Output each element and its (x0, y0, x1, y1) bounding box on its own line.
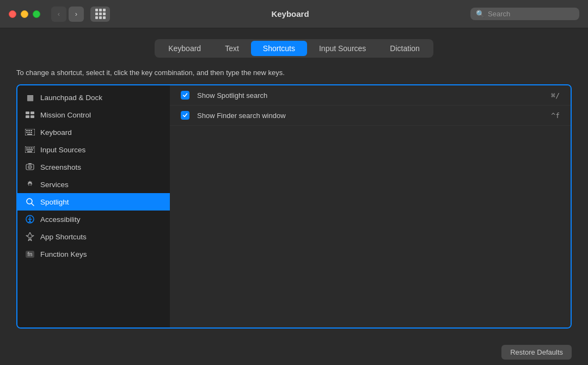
search-input[interactable] (488, 10, 574, 18)
minimize-button[interactable] (21, 10, 28, 18)
input-sources-icon (25, 145, 35, 154)
sidebar-item-app-shortcuts[interactable]: App Shortcuts (17, 228, 170, 245)
sidebar-item-spotlight[interactable]: Spotlight (17, 193, 170, 211)
forward-icon: › (75, 10, 77, 18)
svg-rect-18 (27, 151, 32, 152)
search-icon: 🔍 (476, 10, 485, 18)
sidebar-item-function-keys[interactable]: fn Function Keys (17, 245, 170, 263)
spotlight-icon (25, 197, 35, 207)
app-shortcuts-icon (25, 232, 35, 242)
svg-point-23 (29, 183, 31, 185)
svg-rect-0 (26, 112, 29, 114)
sidebar-item-label-services: Services (40, 181, 69, 189)
tab-text[interactable]: Text (213, 41, 251, 56)
back-icon: ‹ (58, 10, 60, 18)
traffic-lights (9, 10, 40, 18)
fn-label-text: fn (26, 251, 34, 258)
main-content: Keyboard Text Shortcuts Input Sources Di… (0, 28, 588, 339)
keyboard-item-icon (25, 127, 35, 137)
svg-rect-1 (30, 112, 34, 114)
tab-dictation[interactable]: Dictation (378, 41, 431, 56)
bottom-bar: Restore Defaults (0, 339, 588, 365)
tab-input-sources[interactable]: Input Sources (307, 41, 378, 56)
content-area: ▦ Launchpad & Dock Mission Control (16, 84, 572, 329)
instruction-text: To change a shortcut, select it, click t… (16, 69, 572, 77)
svg-point-27 (29, 216, 30, 218)
svg-point-21 (29, 166, 30, 168)
restore-defaults-button[interactable]: Restore Defaults (501, 345, 572, 360)
sidebar-item-screenshots[interactable]: Screenshots (17, 158, 170, 176)
tabs-bar: Keyboard Text Shortcuts Input Sources Di… (155, 39, 433, 58)
sidebar-item-label-launchpad: Launchpad & Dock (40, 94, 102, 102)
sidebar-item-launchpad[interactable]: ▦ Launchpad & Dock (17, 89, 170, 106)
grid-icon (95, 9, 106, 19)
close-button[interactable] (9, 10, 16, 18)
svg-rect-2 (26, 115, 29, 118)
svg-rect-7 (30, 130, 32, 131)
sidebar-item-label-app-shortcuts: App Shortcuts (40, 233, 87, 241)
sidebar-item-services[interactable]: Services (17, 176, 170, 193)
sidebar-item-label-mission: Mission Control (40, 111, 91, 119)
svg-rect-15 (30, 147, 32, 149)
svg-rect-17 (26, 150, 33, 151)
sidebar-item-label-accessibility: Accessibility (40, 215, 81, 224)
forward-button[interactable]: › (69, 7, 84, 22)
shortcuts-panel: Show Spotlight search ⌘/ Show Finder sea… (170, 85, 571, 327)
shortcut-key-finder-search: ^f (551, 112, 560, 120)
function-keys-icon: fn (25, 249, 35, 259)
shortcut-label-spotlight-search: Show Spotlight search (197, 91, 543, 100)
tab-keyboard[interactable]: Keyboard (156, 41, 213, 56)
svg-line-25 (32, 203, 34, 206)
sidebar-item-label-function-keys: Function Keys (40, 250, 87, 258)
sidebar-item-label-screenshots: Screenshots (40, 163, 81, 171)
shortcut-row-spotlight-search[interactable]: Show Spotlight search ⌘/ (170, 85, 571, 106)
services-icon (25, 180, 35, 189)
accessibility-icon (25, 214, 35, 224)
titlebar: ‹ › Keyboard 🔍 (0, 0, 588, 28)
back-button[interactable]: ‹ (51, 7, 66, 22)
svg-rect-22 (28, 163, 32, 164)
sidebar-item-label-spotlight: Spotlight (40, 198, 69, 206)
svg-rect-6 (28, 130, 30, 131)
svg-rect-11 (27, 134, 32, 135)
svg-rect-13 (26, 147, 28, 149)
svg-line-31 (30, 221, 31, 222)
screenshots-icon (25, 162, 35, 172)
tab-shortcuts[interactable]: Shortcuts (251, 41, 307, 56)
launchpad-dock-icon: ▦ (25, 92, 35, 102)
maximize-button[interactable] (33, 10, 40, 18)
grid-button[interactable] (90, 7, 110, 22)
sidebar-item-keyboard[interactable]: Keyboard (17, 123, 170, 141)
checkbox-spotlight-search[interactable] (181, 91, 189, 100)
sidebar-item-label-keyboard: Keyboard (40, 128, 72, 137)
sidebar-item-accessibility[interactable]: Accessibility (17, 211, 170, 228)
checkbox-finder-search[interactable] (181, 111, 189, 120)
svg-rect-10 (30, 132, 32, 133)
sidebar-item-input-sources[interactable]: Input Sources (17, 141, 170, 158)
shortcut-row-finder-search[interactable]: Show Finder search window ^f (170, 106, 571, 126)
nav-buttons: ‹ › (51, 7, 84, 22)
window-title: Keyboard (117, 9, 464, 18)
sidebar-item-mission[interactable]: Mission Control (17, 106, 170, 123)
search-box[interactable]: 🔍 (470, 8, 579, 20)
svg-rect-14 (28, 147, 30, 149)
sidebar: ▦ Launchpad & Dock Mission Control (17, 85, 170, 327)
svg-rect-3 (30, 115, 34, 118)
svg-rect-8 (26, 132, 28, 133)
svg-rect-5 (26, 130, 28, 131)
mission-control-icon (25, 110, 35, 120)
sidebar-item-label-input-sources: Input Sources (40, 146, 85, 154)
svg-rect-16 (33, 147, 34, 149)
shortcut-label-finder-search: Show Finder search window (197, 112, 543, 120)
svg-rect-9 (28, 132, 30, 133)
shortcut-key-spotlight-search: ⌘/ (551, 91, 560, 100)
